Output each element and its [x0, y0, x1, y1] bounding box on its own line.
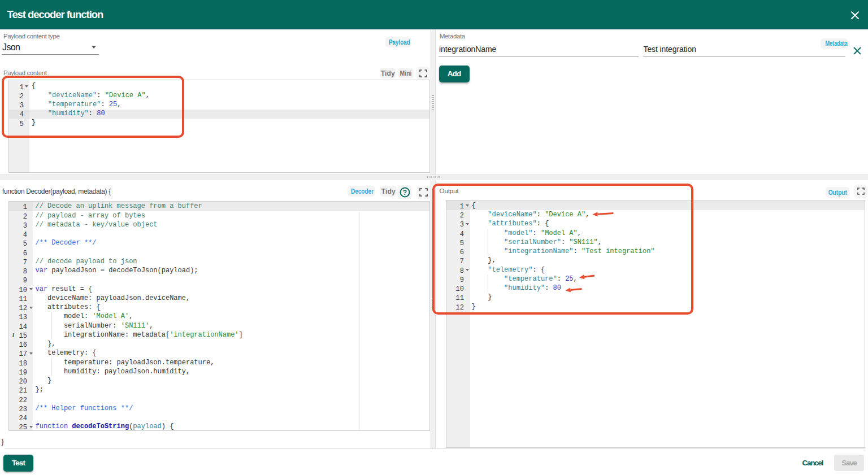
svg-text:?: ?	[403, 189, 407, 197]
